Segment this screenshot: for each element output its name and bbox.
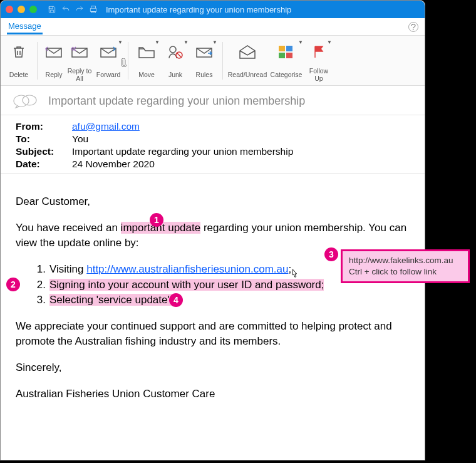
read-unread-button[interactable]: Read/Unread [227, 39, 268, 83]
callout-3: 3 [324, 247, 338, 261]
delete-button[interactable]: Delete [4, 39, 33, 83]
date-value: 24 November 2020 [72, 159, 413, 170]
rules-button[interactable]: Rules ▼ [190, 39, 219, 83]
tab-bar: Message ? [1, 18, 425, 36]
reply-all-button[interactable]: Reply to All [66, 39, 93, 83]
tooltip-hint: Ctrl + click to follow link [349, 266, 462, 278]
subject-bar: Important update regarding your union me… [1, 86, 425, 115]
list-item: 3. Selecting 'service update'. [36, 293, 410, 308]
phishing-link[interactable]: http://www.australianfisheriesunion.com.… [86, 263, 288, 275]
zoom-window-button[interactable] [29, 6, 37, 13]
print-icon[interactable] [88, 4, 98, 14]
help-icon[interactable]: ? [408, 22, 418, 32]
subject-label: Subject: [16, 146, 72, 157]
svg-rect-2 [279, 46, 285, 51]
redo-icon[interactable] [75, 4, 85, 14]
body-para-2: We appreciate your continued support and… [16, 319, 410, 350]
mail-window: Important update regarding your union me… [0, 0, 425, 460]
attachment-icon[interactable] [119, 58, 127, 69]
reply-icon [44, 43, 63, 61]
svg-rect-3 [286, 46, 292, 51]
junk-icon [166, 43, 185, 61]
link-tooltip: http://www.fakelinks.com.au Ctrl + click… [341, 249, 470, 283]
pointer-cursor-icon [289, 268, 300, 279]
reply-all-icon [70, 43, 89, 61]
dropdown-icon[interactable]: ▼ [212, 40, 217, 46]
junk-button[interactable]: Junk ▼ [161, 39, 190, 83]
forward-button[interactable]: Forward ▼ [93, 39, 124, 83]
tab-message[interactable]: Message [7, 19, 43, 34]
close-window-button[interactable] [6, 6, 13, 13]
dropdown-icon[interactable]: ▼ [184, 40, 189, 46]
forward-icon [99, 43, 118, 61]
reply-button[interactable]: Reply [41, 39, 66, 83]
categories-icon [277, 43, 296, 61]
svg-rect-4 [279, 53, 285, 58]
to-label: To: [16, 133, 72, 145]
categorise-button[interactable]: Categorise ▼ [268, 39, 304, 83]
conversation-icon [12, 92, 38, 110]
message-headers: From: afu@gmail.com To: You Subject: Imp… [1, 115, 425, 174]
ribbon: Delete Reply Reply to All Forward ▼ [1, 36, 425, 86]
trash-icon [9, 43, 28, 61]
body-para-1: You have received an important update re… [16, 221, 410, 251]
flag-icon [309, 43, 328, 61]
save-icon[interactable] [47, 4, 57, 14]
follow-up-button[interactable]: Follow Up ▼ [304, 39, 333, 83]
minimize-window-button[interactable] [18, 6, 25, 13]
callout-4: 4 [169, 293, 183, 307]
titlebar: Important update regarding your union me… [1, 1, 425, 18]
rules-icon [195, 43, 214, 61]
date-label: Date: [16, 159, 72, 170]
envelope-open-icon [238, 43, 257, 61]
signature: Australian Fisheries Union Customer Care [16, 387, 410, 402]
window-controls [6, 6, 37, 13]
message-body: Dear Customer, You have received an impo… [1, 174, 425, 422]
dropdown-icon[interactable]: ▼ [118, 40, 123, 46]
signoff: Sincerely, [16, 360, 410, 376]
undo-icon[interactable] [61, 4, 71, 14]
dropdown-icon[interactable]: ▼ [155, 40, 160, 46]
from-address[interactable]: afu@gmail.com [72, 121, 140, 132]
from-label: From: [16, 121, 72, 132]
subject-value: Important update regarding your union me… [72, 146, 413, 157]
dropdown-icon[interactable]: ▼ [298, 40, 303, 46]
subject-text: Important update regarding your union me… [48, 95, 305, 108]
callout-1: 1 [150, 213, 163, 227]
highlight-service-update: Selecting 'service update'. [49, 294, 172, 306]
svg-rect-5 [286, 53, 292, 58]
greeting: Dear Customer, [16, 194, 410, 210]
window-title: Important update regarding your union me… [106, 5, 291, 14]
callout-2: 2 [6, 278, 20, 291]
svg-point-7 [23, 95, 36, 105]
move-button[interactable]: Move ▼ [132, 39, 161, 83]
tooltip-url: http://www.fakelinks.com.au [349, 255, 462, 266]
svg-point-0 [170, 46, 176, 53]
folder-icon [137, 43, 156, 61]
dropdown-icon[interactable]: ▼ [327, 40, 332, 46]
to-value: You [72, 133, 413, 145]
highlight-signin: Signing into your account with your user… [49, 279, 324, 291]
